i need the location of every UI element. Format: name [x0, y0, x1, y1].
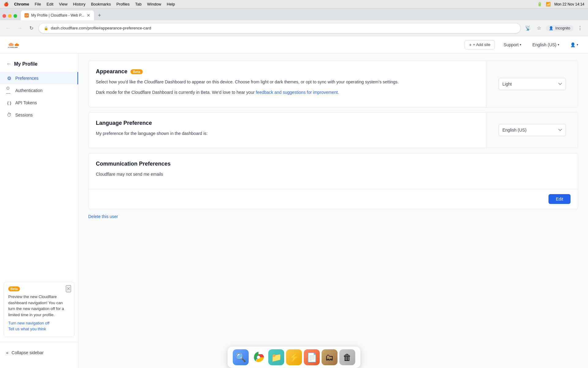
url-text: dash.cloudflare.com/profile#appearance-p… [51, 26, 515, 30]
incognito-badge[interactable]: 👤 Incognito [546, 25, 573, 31]
appearance-action: Light Dark System [486, 61, 578, 107]
new-tab-btn[interactable]: + [95, 12, 104, 20]
support-dropdown-arrow: ▾ [520, 43, 521, 46]
communication-desc: Cloudflare may not send me emails [96, 171, 571, 178]
forward-btn[interactable]: → [15, 24, 24, 33]
appearance-desc1: Select how you'd like the Cloudflare Das… [96, 79, 479, 85]
theme-select[interactable]: Light Dark System [499, 78, 566, 90]
appearance-desc2: Dark mode for the Cloudflare Dashboard i… [96, 89, 479, 96]
sidebar-item-preferences[interactable]: ⚙ Preferences [0, 72, 78, 84]
dock-finder[interactable]: 🔍 [233, 349, 249, 365]
file-menu[interactable]: File [35, 2, 41, 6]
dock-pdf[interactable]: 📄 [304, 349, 320, 365]
cloudflare-logo-icon: CLOUDFLARE [7, 40, 22, 50]
beta-badge: Beta [8, 286, 20, 291]
collapse-label: Collapse sidebar [12, 350, 43, 355]
battery-icon: 🔋 [537, 2, 542, 6]
dock-lightning[interactable]: ⚡ [286, 349, 302, 365]
wifi-icon: 📶 [546, 2, 551, 6]
sidebar-nav: ⚙ Preferences ⊙— Authentication { } API … [0, 72, 78, 277]
apple-menu[interactable]: 🍎 [4, 2, 9, 6]
tab-title: My Profile | Cloudflare - Web P... [31, 13, 84, 17]
sidebar-title: My Profile [14, 61, 37, 67]
add-site-btn[interactable]: + + Add site [465, 40, 495, 49]
collapse-icon: « [6, 350, 9, 355]
sidebar-label-preferences: Preferences [15, 76, 38, 81]
delete-user-link[interactable]: Delete this user [88, 214, 578, 219]
auth-icon: ⊙— [6, 87, 12, 94]
language-title: Language Preference [96, 120, 152, 126]
sidebar: ← My Profile ⚙ Preferences ⊙— Authentica… [0, 53, 78, 368]
tab-favicon: CF [24, 13, 29, 17]
profiles-menu[interactable]: Profiles [116, 2, 130, 6]
window-close-btn[interactable] [2, 14, 6, 18]
feedback-link[interactable]: Tell us what you think [8, 327, 70, 331]
svg-text:CLOUDFLARE: CLOUDFLARE [8, 47, 18, 48]
incognito-label: Incognito [555, 26, 570, 30]
url-bar[interactable]: 🔒 dash.cloudflare.com/profile#appearance… [39, 23, 521, 33]
history-menu[interactable]: History [73, 2, 85, 6]
user-icon: 👤 [570, 42, 575, 47]
window-maximize-btn[interactable] [13, 14, 17, 18]
window-menu[interactable]: Window [147, 2, 161, 6]
view-menu[interactable]: View [59, 2, 67, 6]
incognito-icon: 👤 [549, 26, 553, 30]
cf-logo: CLOUDFLARE [7, 40, 22, 50]
dock-files[interactable]: 📁 [268, 349, 284, 365]
sidebar-label-api: API Tokens [15, 100, 37, 105]
sessions-icon: ⏱ [6, 112, 12, 118]
dock-trash[interactable]: 🗑 [339, 349, 355, 365]
language-btn[interactable]: English (US) ▾ [530, 40, 562, 49]
back-arrow-icon: ← [6, 61, 12, 67]
language-select[interactable]: English (US) Español Português Deutsch F… [499, 124, 566, 136]
language-desc: My preference for the language shown in … [96, 130, 479, 137]
dock-chrome[interactable] [251, 349, 266, 365]
sidebar-item-api-tokens[interactable]: { } API Tokens [0, 97, 78, 109]
mac-dock: 🔍 📁 ⚡ 📄 🗂 🗑 [228, 347, 360, 368]
active-tab[interactable]: CF My Profile | Cloudflare - Web P... ✕ [21, 10, 94, 20]
api-icon: { } [6, 100, 12, 106]
appearance-title: Appearance [96, 68, 127, 75]
sidebar-item-authentication[interactable]: ⊙— Authentication [0, 84, 78, 97]
support-btn[interactable]: Support ▾ [501, 40, 524, 49]
beta-banner-close-btn[interactable]: ✕ [66, 285, 71, 292]
edit-btn[interactable]: Edit [548, 194, 571, 204]
chrome-tabbar: CF My Profile | Cloudflare - Web P... ✕ … [0, 9, 588, 20]
user-menu-btn[interactable]: 👤 ▾ [568, 40, 581, 49]
language-action: English (US) Español Português Deutsch F… [486, 113, 578, 148]
cast-icon[interactable]: 📡 [524, 24, 532, 33]
plus-icon: + [469, 42, 472, 47]
svg-point-3 [257, 356, 260, 359]
more-icon[interactable]: ⋮ [576, 24, 584, 33]
tab-menu[interactable]: Tab [135, 2, 141, 6]
sidebar-bottom: « Collapse sidebar [0, 342, 78, 363]
communication-title: Communication Preferences [96, 161, 171, 167]
main-content: Appearance Beta Select how you'd like th… [78, 53, 588, 368]
language-card: Language Preference My preference for th… [88, 112, 578, 148]
lock-icon: 🔒 [44, 26, 48, 30]
appearance-card: Appearance Beta Select how you'd like th… [88, 61, 578, 107]
appearance-feedback-link[interactable]: feedback and suggestions for improvement… [256, 90, 339, 95]
window-minimize-btn[interactable] [8, 14, 12, 18]
sidebar-back-btn[interactable]: ← My Profile [0, 58, 78, 72]
dock-finder2[interactable]: 🗂 [322, 349, 337, 365]
communication-card: Communication Preferences Cloudflare may… [88, 153, 578, 209]
sidebar-item-sessions[interactable]: ⏱ Sessions [0, 109, 78, 121]
clock-display: Mon 22 Nov 14:14 [554, 2, 584, 6]
mac-menubar: 🍎 Chrome File Edit View History Bookmark… [0, 0, 588, 9]
bookmarks-menu[interactable]: Bookmarks [91, 2, 111, 6]
chrome-menu[interactable]: Chrome [14, 2, 29, 6]
bookmark-icon[interactable]: ☆ [535, 24, 543, 33]
back-btn[interactable]: ← [4, 24, 12, 33]
help-menu[interactable]: Help [167, 2, 175, 6]
collapse-sidebar-btn[interactable]: « Collapse sidebar [0, 347, 78, 358]
window-controls [2, 14, 17, 20]
edit-menu[interactable]: Edit [47, 2, 53, 6]
sidebar-label-sessions: Sessions [15, 113, 33, 117]
beta-banner: Beta ✕ Preview the new Cloudflare dashbo… [4, 282, 74, 337]
reload-btn[interactable]: ↻ [27, 24, 36, 33]
language-dropdown-arrow: ▾ [558, 43, 559, 46]
tab-close-btn[interactable]: ✕ [87, 13, 90, 18]
beta-banner-text: Preview the new Cloudflare dashboard nav… [8, 294, 70, 318]
turn-off-nav-link[interactable]: Turn new navigation off [8, 321, 70, 325]
